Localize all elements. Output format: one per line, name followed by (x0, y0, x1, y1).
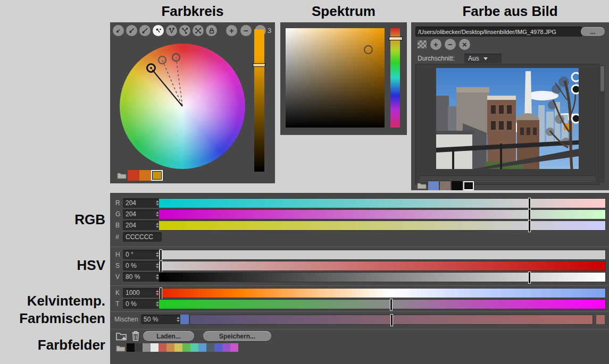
vertical-scrollbar[interactable] (600, 65, 605, 183)
mix-left-swatch[interactable] (180, 315, 189, 324)
swatch[interactable] (158, 343, 166, 352)
t-slider[interactable] (159, 300, 605, 309)
save-button[interactable]: Speichern... (203, 331, 271, 341)
saturation-value-square[interactable] (286, 28, 385, 128)
swatch[interactable] (135, 343, 143, 352)
selected-marker-dot (150, 67, 152, 69)
sample-marker-2[interactable] (572, 85, 579, 94)
v-handle[interactable] (528, 272, 531, 284)
v-slider[interactable] (159, 273, 605, 282)
swatch[interactable] (440, 181, 451, 190)
stepper-icon[interactable] (177, 317, 180, 322)
label-farbmischen: Farbmischen (0, 310, 105, 327)
g-handle[interactable] (528, 209, 531, 221)
s-label: S (115, 262, 120, 269)
load-button[interactable]: Laden... (143, 331, 194, 341)
swatch[interactable] (143, 343, 151, 352)
swatch[interactable] (222, 343, 230, 352)
harmony-complement-button[interactable] (166, 25, 177, 36)
folder-icon[interactable] (417, 182, 427, 189)
harmony-tetrad-button[interactable] (193, 25, 204, 36)
r-handle[interactable] (528, 198, 531, 210)
h-field[interactable]: 0 ° (123, 250, 162, 259)
swatch[interactable] (151, 343, 158, 352)
harmony-mono-button[interactable] (113, 25, 124, 36)
image-path-field[interactable]: /Users/olibecker/Desktop/linsenbilder/IM… (415, 27, 582, 37)
horizontal-scrollbar[interactable] (419, 175, 596, 181)
browse-button[interactable]: ... (581, 27, 605, 36)
pin-active-icon (155, 27, 162, 34)
swatch[interactable] (151, 170, 163, 181)
h-handle[interactable] (160, 249, 162, 261)
swatch[interactable] (182, 343, 190, 352)
average-value: Aus (468, 55, 479, 62)
average-dropdown[interactable]: Aus (464, 54, 502, 63)
brightness-handle[interactable] (253, 63, 265, 67)
add-color-button[interactable]: + (226, 25, 237, 36)
k-field[interactable]: 1000 (123, 288, 162, 298)
swatch[interactable] (127, 343, 135, 352)
hex-field[interactable]: CCCCCC (123, 232, 162, 242)
hue-bar[interactable] (390, 28, 400, 128)
r-slider[interactable] (159, 199, 605, 208)
pixel-grid-icon[interactable] (418, 40, 427, 48)
folder-add-icon[interactable] (115, 331, 128, 341)
swatch[interactable] (230, 343, 238, 352)
remove-sample-button[interactable]: − (445, 39, 456, 50)
wheel-markers (120, 44, 245, 169)
label-rgb: RGB (0, 211, 105, 228)
s-handle[interactable] (160, 260, 162, 273)
swatch[interactable] (428, 181, 439, 190)
mix-right-swatch[interactable] (596, 315, 605, 324)
h-slider[interactable] (159, 250, 605, 259)
swatch[interactable] (206, 343, 214, 352)
b-field[interactable]: 204 (123, 221, 162, 230)
trash-icon[interactable] (131, 330, 140, 341)
sv-marker[interactable] (364, 45, 373, 54)
wheel-swatch-strip (128, 170, 163, 181)
s-field[interactable]: 0 % (123, 261, 162, 270)
swatch[interactable] (463, 181, 474, 190)
harmony-hue-button[interactable] (126, 25, 137, 36)
brightness-bar[interactable] (254, 29, 264, 172)
v-label: V (115, 273, 120, 281)
k-handle[interactable] (160, 287, 162, 300)
swatch[interactable] (166, 343, 174, 352)
g-field[interactable]: 204 (123, 209, 162, 219)
harmony-analogous-button[interactable] (153, 25, 164, 36)
clear-samples-button[interactable]: × (459, 39, 470, 50)
remove-color-button[interactable]: − (240, 25, 252, 36)
swatch[interactable] (452, 181, 462, 190)
harmony-shade-button[interactable] (139, 25, 151, 36)
b-slider[interactable] (159, 221, 605, 230)
sample-marker-3[interactable] (572, 114, 579, 123)
swatch[interactable] (174, 343, 182, 352)
swatch[interactable] (198, 343, 206, 352)
k-slider[interactable] (159, 289, 605, 298)
swatch[interactable] (190, 343, 198, 352)
folder-icon[interactable] (116, 344, 126, 352)
s-slider[interactable] (159, 261, 605, 270)
color-count: 3 (268, 27, 271, 35)
vertical-scroll-thumb[interactable] (600, 66, 604, 91)
label-kelvintemp: Kelvintemp. (0, 293, 105, 309)
b-handle[interactable] (528, 220, 531, 232)
mix-field[interactable]: 50 % (141, 315, 182, 324)
v-field[interactable]: 80 % (123, 272, 162, 282)
swatch[interactable] (139, 170, 151, 181)
t-field[interactable]: 0 % (123, 299, 162, 309)
hue-handle[interactable] (389, 37, 403, 40)
swatch[interactable] (214, 343, 222, 352)
folder-icon[interactable] (117, 172, 127, 179)
t-handle[interactable] (390, 299, 393, 311)
lock-button[interactable] (206, 25, 217, 36)
r-field[interactable]: 204 (123, 198, 162, 208)
mix-slider[interactable] (190, 315, 593, 324)
mix-handle[interactable] (390, 314, 393, 326)
harmony-triad-button[interactable] (179, 25, 190, 36)
swatch[interactable] (128, 170, 139, 181)
add-sample-button[interactable]: + (430, 39, 441, 50)
g-slider[interactable] (159, 210, 605, 219)
photo[interactable] (436, 68, 579, 169)
r-label: R (115, 199, 120, 207)
